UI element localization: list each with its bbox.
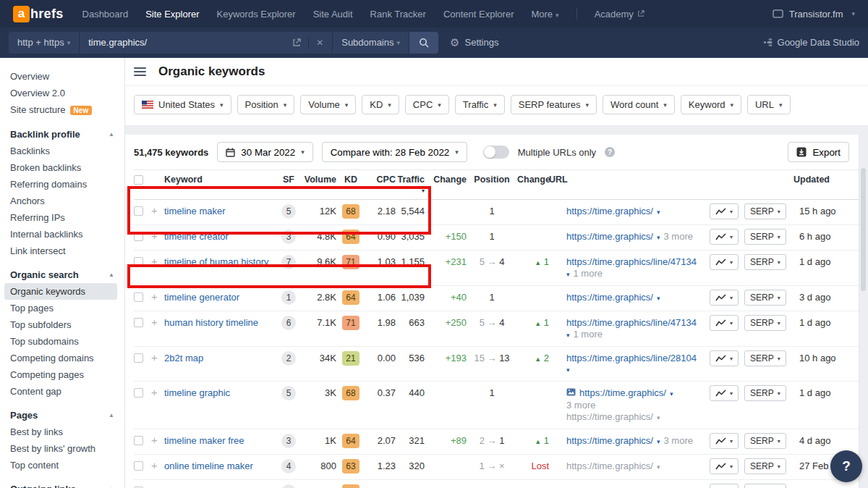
add-to-list-icon[interactable]: + bbox=[151, 204, 158, 216]
select-all-checkbox[interactable] bbox=[134, 175, 143, 185]
sidebar-item-organic-keywords[interactable]: Organic keywords bbox=[4, 283, 117, 300]
google-data-studio-link[interactable]: Google Data Studio bbox=[763, 37, 859, 48]
serp-features-badge[interactable]: 4 bbox=[281, 459, 296, 474]
url-link[interactable]: https://time.graphics/line/28104 bbox=[566, 353, 697, 364]
col-cpc[interactable]: CPC bbox=[365, 170, 396, 189]
target-url-input[interactable]: time.graphics/ ✕ bbox=[79, 32, 332, 54]
nav-item-keywords-explorer[interactable]: Keywords Explorer bbox=[217, 9, 296, 20]
expand-urls-icon[interactable]: ▾ bbox=[566, 329, 570, 341]
filter-word-count[interactable]: Word count▾ bbox=[603, 95, 675, 114]
add-to-list-icon[interactable]: + bbox=[151, 290, 158, 303]
keyword-link[interactable]: 2b2t map bbox=[164, 353, 203, 363]
date-picker-button[interactable]: 30 Mar 2022▾ bbox=[217, 142, 312, 162]
more-urls-label[interactable]: 3 more bbox=[663, 435, 692, 447]
filter-volume[interactable]: Volume▾ bbox=[300, 95, 356, 114]
collapse-section-icon[interactable]: ▲ bbox=[109, 412, 114, 418]
sidebar-item-overview[interactable]: Overview bbox=[0, 68, 124, 85]
serp-button[interactable]: SERP▾ bbox=[744, 254, 786, 270]
serp-button[interactable]: SERP▾ bbox=[744, 458, 786, 474]
filter-kd[interactable]: KD▾ bbox=[362, 95, 399, 114]
col-change2[interactable]: Change bbox=[517, 170, 549, 189]
col-updated[interactable]: Updated bbox=[793, 170, 855, 189]
ahrefs-logo[interactable]: a hrefs bbox=[13, 6, 64, 22]
position-history-button[interactable]: ▾ bbox=[710, 290, 739, 306]
col-keyword[interactable]: Keyword bbox=[164, 170, 278, 189]
keyword-link[interactable]: human history timeline bbox=[164, 317, 258, 328]
sidebar-item-link-intersect[interactable]: Link intersect bbox=[0, 243, 124, 259]
url-link[interactable]: https://time.graphics/ bbox=[566, 460, 653, 472]
keyword-link[interactable]: timeline creator bbox=[164, 231, 229, 242]
scope-dropdown[interactable]: Subdomains▾ bbox=[332, 32, 409, 54]
serp-button[interactable]: SERP▾ bbox=[744, 385, 786, 401]
filter-url[interactable]: URL▾ bbox=[747, 95, 791, 114]
protocol-mode-dropdown[interactable]: http + https▾ bbox=[9, 32, 79, 54]
sidebar-item-top-pages[interactable]: Top pages bbox=[0, 300, 124, 316]
col-position[interactable]: Position bbox=[467, 170, 517, 189]
url-link[interactable]: https://time.graphics/ bbox=[566, 231, 653, 243]
url-dropdown-icon[interactable]: ▾ bbox=[670, 388, 673, 400]
serp-features-badge[interactable]: 3 bbox=[281, 434, 296, 448]
add-to-list-icon[interactable]: + bbox=[151, 351, 158, 363]
export-button[interactable]: Export bbox=[788, 142, 849, 162]
row-checkbox[interactable] bbox=[134, 353, 143, 363]
url-link[interactable]: https://time.graphics/ bbox=[566, 292, 653, 303]
position-history-button[interactable]: ▾ bbox=[710, 315, 739, 331]
col-traffic[interactable]: Traffic ▾ bbox=[396, 170, 425, 199]
sidebar-item-referring-domains[interactable]: Referring domains bbox=[0, 176, 124, 193]
url-dropdown-icon[interactable]: ▾ bbox=[657, 232, 660, 243]
help-fab-button[interactable]: ? bbox=[830, 450, 862, 482]
open-target-icon[interactable] bbox=[292, 38, 301, 47]
nav-item-site-explorer[interactable]: Site Explorer bbox=[145, 9, 199, 20]
url-link[interactable]: 3 more bbox=[566, 400, 595, 411]
keyword-link[interactable]: online timeline maker bbox=[164, 460, 253, 471]
sidebar-item-internal-backlinks[interactable]: Internal backlinks bbox=[0, 226, 124, 243]
col-volume[interactable]: Volume bbox=[299, 170, 336, 189]
serp-button[interactable]: SERP▾ bbox=[744, 433, 786, 449]
keyword-link[interactable]: timeline maker free bbox=[164, 435, 244, 446]
nav-item-academy[interactable]: Academy bbox=[595, 9, 644, 20]
serp-button[interactable]: SERP▾ bbox=[744, 484, 786, 488]
keyword-link[interactable]: timeline of human history bbox=[164, 256, 269, 267]
sidebar-item-competing-domains[interactable]: Competing domains bbox=[0, 350, 124, 366]
serp-features-badge[interactable]: 3 bbox=[281, 230, 296, 244]
position-history-button[interactable]: ▾ bbox=[710, 458, 739, 474]
sidebar-item-content-gap[interactable]: Content gap bbox=[0, 383, 124, 400]
url-dropdown-icon[interactable]: ▾ bbox=[657, 206, 660, 218]
project-switcher[interactable]: Transistor.fm ▾ bbox=[773, 9, 855, 20]
nav-item-site-audit[interactable]: Site Audit bbox=[313, 9, 353, 20]
col-sf[interactable]: SF bbox=[278, 170, 299, 189]
sidebar-item-best-by-links[interactable]: Best by links bbox=[0, 424, 124, 440]
serp-features-badge[interactable]: 5 bbox=[281, 204, 296, 219]
serp-button[interactable]: SERP▾ bbox=[744, 229, 786, 245]
serp-button[interactable]: SERP▾ bbox=[744, 290, 786, 306]
settings-button[interactable]: ⚙ Settings bbox=[450, 37, 498, 48]
filter-serp-features[interactable]: SERP features▾ bbox=[511, 95, 597, 114]
serp-button[interactable]: SERP▾ bbox=[744, 315, 786, 331]
expand-urls-icon[interactable]: ▾ bbox=[566, 364, 570, 376]
position-history-button[interactable]: ▾ bbox=[710, 350, 739, 366]
position-history-button[interactable]: ▾ bbox=[710, 385, 739, 401]
compare-with-button[interactable]: Compare with: 28 Feb 2022▾ bbox=[322, 142, 467, 162]
keyword-link[interactable]: timeline maker bbox=[164, 206, 226, 216]
search-button[interactable] bbox=[409, 32, 438, 54]
url-link[interactable]: https://time.graphics/ bbox=[566, 411, 653, 423]
more-urls-label[interactable]: 3 more bbox=[663, 231, 692, 243]
serp-features-badge[interactable]: 5 bbox=[281, 484, 296, 488]
row-checkbox[interactable] bbox=[134, 436, 143, 445]
add-to-list-icon[interactable]: + bbox=[151, 230, 158, 242]
url-dropdown-icon[interactable]: ▾ bbox=[657, 412, 660, 424]
sidebar-item-anchors[interactable]: Anchors bbox=[0, 193, 124, 209]
row-checkbox[interactable] bbox=[134, 206, 143, 216]
collapse-section-icon[interactable]: ▲ bbox=[109, 272, 114, 278]
clear-input-icon[interactable]: ✕ bbox=[316, 38, 323, 48]
collapse-sidebar-icon[interactable] bbox=[134, 67, 146, 76]
sidebar-item-overview-2-0[interactable]: Overview 2.0 bbox=[0, 85, 124, 101]
filter-united-states[interactable]: United States▾ bbox=[134, 95, 231, 114]
position-history-button[interactable]: ▾ bbox=[710, 229, 739, 245]
position-history-button[interactable]: ▾ bbox=[710, 254, 739, 270]
serp-button[interactable]: SERP▾ bbox=[744, 203, 786, 219]
help-tooltip-icon[interactable]: ? bbox=[605, 147, 615, 157]
sidebar-item-best-by-links-growth[interactable]: Best by links' growth bbox=[0, 440, 124, 457]
url-link[interactable]: https://time.graphics/line/47134 bbox=[566, 256, 697, 268]
filter-cpc[interactable]: CPC▾ bbox=[405, 95, 449, 114]
